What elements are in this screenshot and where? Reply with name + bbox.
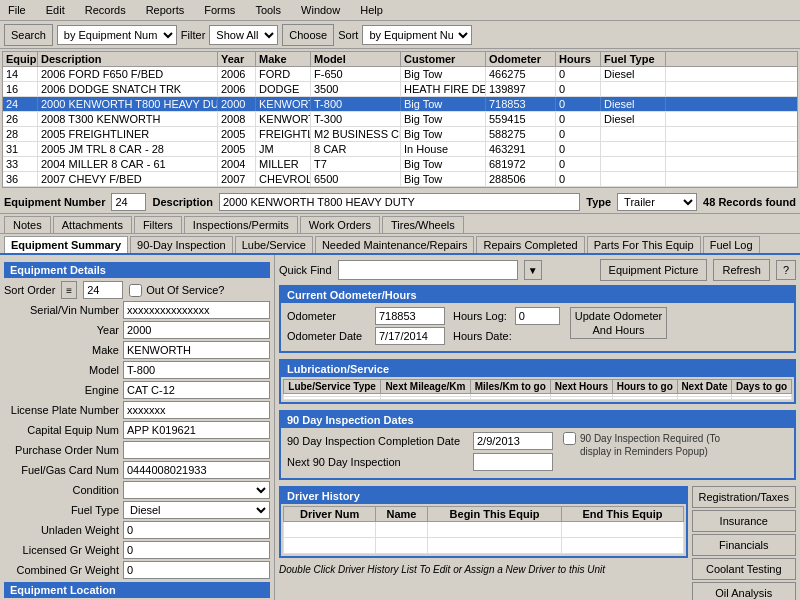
fuelcard-input[interactable] bbox=[123, 461, 270, 479]
quick-find-input[interactable] bbox=[338, 260, 518, 280]
table-row[interactable]: 282005 FREIGHTLINER2005FREIGHTLINEM2 BUS… bbox=[3, 127, 797, 142]
driver-table: Driver Num Name Begin This Equip End Thi… bbox=[283, 506, 684, 554]
choose-button[interactable]: Choose bbox=[282, 24, 334, 46]
coolant-btn[interactable]: Coolant Testing bbox=[692, 558, 797, 580]
col-make: Make bbox=[256, 52, 311, 66]
year-input[interactable] bbox=[123, 321, 270, 339]
engine-label: Engine bbox=[4, 384, 119, 396]
equip-desc-input[interactable] bbox=[219, 193, 580, 211]
tab-fuellog[interactable]: Fuel Log bbox=[703, 236, 760, 253]
tab-90day[interactable]: 90-Day Inspection bbox=[130, 236, 233, 253]
lube-header: Lubrication/Service bbox=[281, 361, 794, 377]
search-by-select[interactable]: by Equipment Num bbox=[57, 25, 177, 45]
serial-input[interactable] bbox=[123, 301, 270, 319]
tab-inspections[interactable]: Inspections/Permits bbox=[184, 216, 298, 233]
unladen-input[interactable] bbox=[123, 521, 270, 539]
menu-reports[interactable]: Reports bbox=[142, 2, 189, 18]
equipment-grid: Equip # Description Year Make Model Cust… bbox=[2, 51, 798, 188]
equip-num-input[interactable] bbox=[111, 193, 146, 211]
filter-select[interactable]: Show All bbox=[209, 25, 278, 45]
purchase-input[interactable] bbox=[123, 441, 270, 459]
lube-col-4: Hours to go bbox=[612, 380, 677, 394]
update-odometer-btn[interactable]: Update OdometerAnd Hours bbox=[570, 307, 667, 339]
menu-forms[interactable]: Forms bbox=[200, 2, 239, 18]
tab-needed[interactable]: Needed Maintenance/Repairs bbox=[315, 236, 475, 253]
menu-tools[interactable]: Tools bbox=[251, 2, 285, 18]
capital-row: Capital Equip Num bbox=[4, 421, 270, 439]
out-of-service-checkbox[interactable] bbox=[129, 284, 142, 297]
tab-filters[interactable]: Filters bbox=[134, 216, 182, 233]
next90-input[interactable] bbox=[473, 453, 553, 471]
make-input[interactable] bbox=[123, 341, 270, 359]
financials-btn[interactable]: Financials bbox=[692, 534, 797, 556]
sort-select[interactable]: by Equipment Num bbox=[362, 25, 472, 45]
combined-label: Combined Gr Weight bbox=[4, 564, 119, 576]
unladen-label: Unladen Weight bbox=[4, 524, 119, 536]
quick-find-dropdown[interactable]: ▼ bbox=[524, 260, 542, 280]
table-row[interactable]: 312005 JM TRL 8 CAR - 282005JM8 CARIn Ho… bbox=[3, 142, 797, 157]
make-label: Make bbox=[4, 344, 119, 356]
tab-tires[interactable]: Tires/Wheels bbox=[382, 216, 464, 233]
table-row[interactable]: 362007 CHEVY F/BED2007CHEVROLET6500Big T… bbox=[3, 172, 797, 187]
insurance-btn[interactable]: Insurance bbox=[692, 510, 797, 532]
refresh-btn[interactable]: Refresh bbox=[713, 259, 770, 281]
menu-file[interactable]: File bbox=[4, 2, 30, 18]
odo-date-input[interactable] bbox=[375, 327, 445, 345]
tab-repairs[interactable]: Repairs Completed bbox=[476, 236, 584, 253]
tab-summary[interactable]: Equipment Summary bbox=[4, 236, 128, 253]
equip-type-select[interactable]: Trailer bbox=[617, 193, 697, 211]
lube-content: Lube/Service Type Next Mileage/Km Miles/… bbox=[281, 377, 794, 402]
lube-col-6: Days to go bbox=[732, 380, 792, 394]
odometer-content: Odometer Hours Log: Odometer Date Hours … bbox=[281, 303, 794, 351]
hours-log-input[interactable] bbox=[515, 307, 560, 325]
license-input[interactable] bbox=[123, 401, 270, 419]
right-side-buttons: Registration/Taxes Insurance Financials … bbox=[692, 486, 797, 600]
menu-help[interactable]: Help bbox=[356, 2, 387, 18]
table-row[interactable]: 162006 DODGE SNATCH TRK2006DODGE3500HEAT… bbox=[3, 82, 797, 97]
sort-label: Sort bbox=[338, 29, 358, 41]
inspection-section: 90 Day Inspection Dates 90 Day Inspectio… bbox=[279, 410, 796, 480]
sort-order-row: Sort Order ≡ Out Of Service? bbox=[4, 281, 270, 299]
menu-records[interactable]: Records bbox=[81, 2, 130, 18]
engine-input[interactable] bbox=[123, 381, 270, 399]
engine-row: Engine bbox=[4, 381, 270, 399]
driver-section: Driver History Driver Num Name Begin Thi… bbox=[279, 486, 796, 600]
table-row[interactable]: 242000 KENWORTH T800 HEAVY DUTY2000KENWO… bbox=[3, 97, 797, 112]
licensedgr-input[interactable] bbox=[123, 541, 270, 559]
table-row[interactable]: 262008 T300 KENWORTH2008KENWORTHT-300Big… bbox=[3, 112, 797, 127]
driver-col-3: End This Equip bbox=[562, 507, 683, 522]
table-row[interactable]: 142006 FORD F650 F/BED2006FORDF-650Big T… bbox=[3, 67, 797, 82]
menu-window[interactable]: Window bbox=[297, 2, 344, 18]
purchase-row: Purchase Order Num bbox=[4, 441, 270, 459]
filter-label: Filter bbox=[181, 29, 205, 41]
inspection-required-checkbox[interactable] bbox=[563, 432, 576, 445]
driver-row bbox=[284, 522, 684, 538]
oil-btn[interactable]: Oil Analysis bbox=[692, 582, 797, 600]
menu-edit[interactable]: Edit bbox=[42, 2, 69, 18]
model-input[interactable] bbox=[123, 361, 270, 379]
table-row[interactable]: 332004 MILLER 8 CAR - 612004MILLERT7Big … bbox=[3, 157, 797, 172]
sort-order-input[interactable] bbox=[83, 281, 123, 299]
capital-input[interactable] bbox=[123, 421, 270, 439]
condition-select[interactable] bbox=[123, 481, 270, 499]
info-icon[interactable]: ? bbox=[776, 260, 796, 280]
tab-notes[interactable]: Notes bbox=[4, 216, 51, 233]
tab-lube[interactable]: Lube/Service bbox=[235, 236, 313, 253]
search-button[interactable]: Search bbox=[4, 24, 53, 46]
combined-input[interactable] bbox=[123, 561, 270, 579]
odometer-input[interactable] bbox=[375, 307, 445, 325]
lube-col-2: Miles/Km to go bbox=[470, 380, 550, 394]
col-desc: Description bbox=[38, 52, 218, 66]
tab-attachments[interactable]: Attachments bbox=[53, 216, 132, 233]
hours-log-label: Hours Log: bbox=[453, 310, 507, 322]
tab-parts[interactable]: Parts For This Equip bbox=[587, 236, 701, 253]
fuelcard-label: Fuel/Gas Card Num bbox=[4, 464, 119, 476]
reg-taxes-btn[interactable]: Registration/Taxes bbox=[692, 486, 797, 508]
sort-icon-btn[interactable]: ≡ bbox=[61, 281, 77, 299]
equip-picture-btn[interactable]: Equipment Picture bbox=[600, 259, 708, 281]
completion-input[interactable] bbox=[473, 432, 553, 450]
next90-row: Next 90 Day Inspection bbox=[287, 453, 553, 471]
fueltype-select[interactable]: Diesel bbox=[123, 501, 270, 519]
license-label: License Plate Number bbox=[4, 404, 119, 416]
tab-workorders[interactable]: Work Orders bbox=[300, 216, 380, 233]
